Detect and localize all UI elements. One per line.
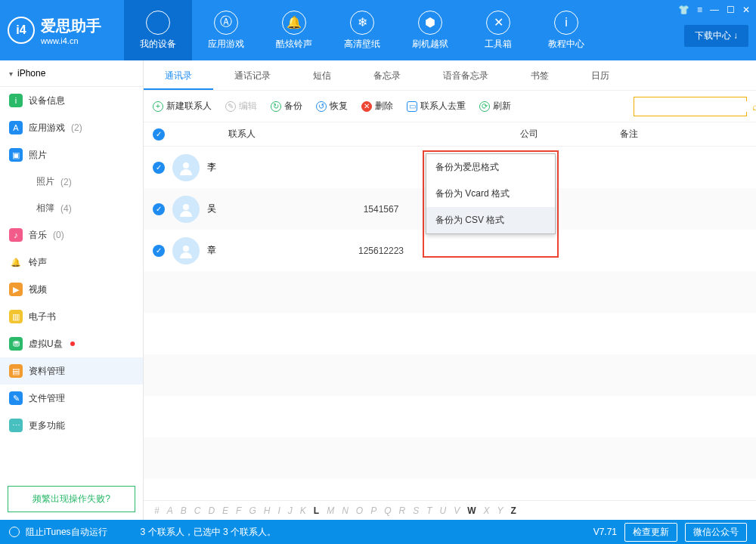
alpha-L[interactable]: L [314,505,319,516]
nav-item-6[interactable]: i教程中心 [532,0,600,60]
check-update-button[interactable]: 检查更新 [624,523,677,542]
col-note: 备注 [597,128,756,141]
subtab-3[interactable]: 备忘录 [352,60,422,90]
skin-icon[interactable]: 👕 [678,5,689,15]
close-icon[interactable]: ✕ [742,5,750,15]
nav-icon: 🔔 [282,11,306,35]
nav-item-3[interactable]: ❄高清壁纸 [328,0,396,60]
sidebar-item-4[interactable]: 相簿 (4) [0,195,143,221]
nav-item-1[interactable]: Ⓐ应用游戏 [192,0,260,60]
subtab-6[interactable]: 日历 [570,60,631,90]
dedupe-button[interactable]: ▭联系人去重 [407,100,466,113]
alpha-V[interactable]: V [454,505,460,516]
edit-button[interactable]: ✎编辑 [225,100,257,113]
alpha-O[interactable]: O [356,505,363,516]
svg-point-2 [183,246,189,252]
wechat-button[interactable]: 微信公众号 [685,523,747,542]
alpha-J[interactable]: J [288,505,293,516]
refresh-button[interactable]: ⟳刷新 [479,100,511,113]
alpha-W[interactable]: W [467,505,476,516]
maximize-icon[interactable]: ☐ [727,5,735,15]
app-url: www.i4.cn [41,36,101,45]
alpha-Q[interactable]: Q [384,505,391,516]
sidebar-icon: A [9,121,23,134]
subtab-1[interactable]: 通话记录 [213,60,292,90]
subtab-5[interactable]: 书签 [510,60,570,90]
nav-icon: i [554,11,578,35]
delete-button[interactable]: ✕删除 [361,100,393,113]
row-checkbox[interactable]: ✓ [153,203,165,215]
sidebar-item-7[interactable]: ▶视频 [0,276,143,303]
sidebar-icon: ♪ [9,228,23,242]
nav-item-2[interactable]: 🔔酷炫铃声 [260,0,328,60]
search-icon[interactable]: ⌕ [752,100,756,113]
nav-icon: ✕ [486,11,510,35]
alpha-#[interactable]: # [154,505,160,516]
sidebar-item-2[interactable]: ▣照片 [0,141,143,168]
alpha-D[interactable]: D [208,505,215,516]
sidebar-item-0[interactable]: i设备信息 [0,87,143,114]
sidebar-icon: i [9,94,23,107]
alpha-A[interactable]: A [167,505,173,516]
sidebar-item-5[interactable]: ♪音乐 (0) [0,221,143,249]
sidebar-item-9[interactable]: ⛃虚拟U盘 [0,330,143,357]
alpha-K[interactable]: K [300,505,306,516]
alpha-M[interactable]: M [327,505,334,516]
select-all-checkbox[interactable]: ✓ [153,128,165,141]
alpha-C[interactable]: C [194,505,201,516]
new-contact-button[interactable]: +新建联系人 [153,100,212,113]
search-input[interactable] [639,101,752,112]
restore-button[interactable]: ↺恢复 [316,100,348,113]
sidebar-icon: ▣ [9,148,23,162]
search-box[interactable]: ⌕ [634,97,747,116]
alpha-T[interactable]: T [426,505,432,516]
sidebar: iPhone i设备信息A应用游戏 (2)▣照片照片 (2)相簿 (4)♪音乐 … [0,60,144,520]
alpha-F[interactable]: F [236,505,241,516]
row-checkbox[interactable]: ✓ [153,245,165,257]
sidebar-item-3[interactable]: 照片 (2) [0,168,143,195]
sidebar-icon: ▤ [9,364,23,378]
alpha-U[interactable]: U [440,505,447,516]
contact-row[interactable]: ✓章125612223 [144,230,756,271]
itunes-toggle[interactable]: 阻止iTunes自动运行 [9,526,107,539]
nav-item-4[interactable]: ⬢刷机越狱 [396,0,464,60]
backup-option-aisi[interactable]: 备份为爱思格式 [426,154,555,181]
alpha-S[interactable]: S [413,505,419,516]
sidebar-item-6[interactable]: 🔔铃声 [0,249,143,276]
alpha-N[interactable]: N [342,505,349,516]
subtab-2[interactable]: 短信 [292,60,352,90]
sidebar-item-10[interactable]: ▤资料管理 [0,357,143,385]
backup-option-csv[interactable]: 备份为 CSV 格式 [426,207,555,233]
alpha-P[interactable]: P [370,505,376,516]
alpha-B[interactable]: B [181,505,187,516]
contact-name: 章 [200,244,290,257]
sidebar-item-12[interactable]: ⋯更多功能 [0,412,143,439]
backup-option-vcard[interactable]: 备份为 Vcard 格式 [426,181,555,207]
app-header: i4 爱思助手 www.i4.cn 我的设备Ⓐ应用游戏🔔酷炫铃声❄高清壁纸⬢刷机… [0,0,756,60]
alpha-Z[interactable]: Z [511,505,516,516]
download-center-button[interactable]: 下载中心 ↓ [684,25,748,47]
sidebar-icon: ⋯ [9,419,23,432]
contact-name: 李 [200,161,290,174]
backup-button[interactable]: ↻备份 [271,100,302,113]
nav-icon [146,11,170,35]
help-link[interactable]: 频繁出现操作失败? [8,486,135,512]
subtab-4[interactable]: 语音备忘录 [422,60,510,90]
alpha-X[interactable]: X [484,505,490,516]
alpha-G[interactable]: G [249,505,256,516]
sidebar-item-11[interactable]: ✎文件管理 [0,385,143,412]
device-selector[interactable]: iPhone [0,60,143,87]
sidebar-item-8[interactable]: ▥电子书 [0,303,143,330]
alpha-R[interactable]: R [399,505,406,516]
row-checkbox[interactable]: ✓ [153,162,165,174]
alpha-H[interactable]: H [264,505,271,516]
alpha-Y[interactable]: Y [497,505,503,516]
menu-icon[interactable]: ≡ [697,5,702,15]
alpha-I[interactable]: I [277,505,280,516]
subtab-0[interactable]: 通讯录 [144,60,213,90]
nav-item-0[interactable]: 我的设备 [124,0,192,60]
nav-item-5[interactable]: ✕工具箱 [464,0,532,60]
sidebar-item-1[interactable]: A应用游戏 (2) [0,114,143,141]
minimize-icon[interactable]: — [710,5,719,15]
alpha-E[interactable]: E [222,505,228,516]
